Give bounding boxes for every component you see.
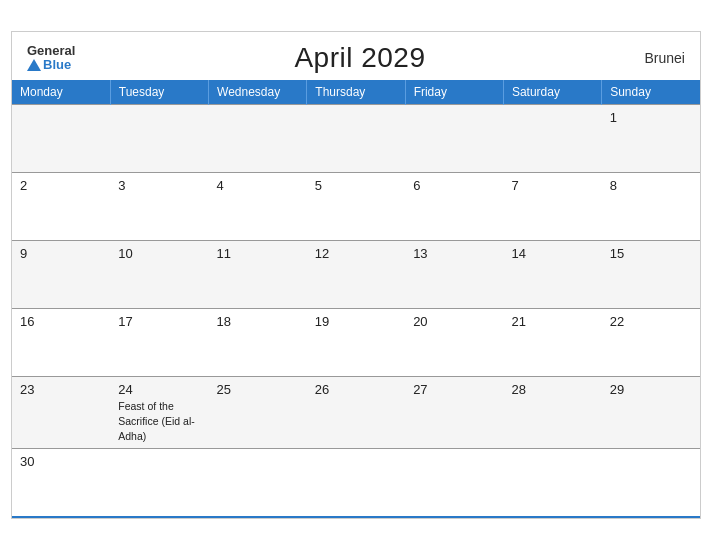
day-cell (602, 449, 700, 517)
day-cell: 14 (503, 241, 601, 309)
day-cell (503, 449, 601, 517)
day-header-thursday: Thursday (307, 80, 405, 105)
calendar-container: General Blue April 2029 Brunei MondayTue… (11, 31, 701, 518)
day-number: 20 (413, 314, 495, 329)
day-number: 19 (315, 314, 397, 329)
day-header-saturday: Saturday (503, 80, 601, 105)
day-cell: 4 (209, 173, 307, 241)
day-cell: 25 (209, 377, 307, 449)
day-cell: 7 (503, 173, 601, 241)
day-cell: 13 (405, 241, 503, 309)
day-cell: 3 (110, 173, 208, 241)
day-number: 17 (118, 314, 200, 329)
day-number: 9 (20, 246, 102, 261)
day-number: 22 (610, 314, 692, 329)
day-number: 2 (20, 178, 102, 193)
day-number: 18 (217, 314, 299, 329)
day-number: 13 (413, 246, 495, 261)
day-cell: 2 (12, 173, 110, 241)
day-number: 8 (610, 178, 692, 193)
day-header-tuesday: Tuesday (110, 80, 208, 105)
day-header-friday: Friday (405, 80, 503, 105)
day-number: 6 (413, 178, 495, 193)
day-number: 10 (118, 246, 200, 261)
event-text: Feast of the Sacrifice (Eid al-Adha) (118, 400, 194, 441)
day-number: 26 (315, 382, 397, 397)
day-cell (110, 449, 208, 517)
day-number: 29 (610, 382, 692, 397)
day-cell: 26 (307, 377, 405, 449)
day-cell (307, 449, 405, 517)
week-row-1: 2345678 (12, 173, 700, 241)
day-cell: 10 (110, 241, 208, 309)
day-cell: 19 (307, 309, 405, 377)
day-number: 3 (118, 178, 200, 193)
logo: General Blue (27, 44, 75, 73)
day-number: 1 (610, 110, 692, 125)
day-number: 27 (413, 382, 495, 397)
calendar-table: MondayTuesdayWednesdayThursdayFridaySatu… (12, 80, 700, 517)
day-number: 14 (511, 246, 593, 261)
day-cell: 11 (209, 241, 307, 309)
calendar-header: General Blue April 2029 Brunei (12, 32, 700, 80)
day-cell (503, 105, 601, 173)
day-number: 21 (511, 314, 593, 329)
day-cell: 1 (602, 105, 700, 173)
logo-blue-text: Blue (27, 58, 71, 72)
day-cell: 15 (602, 241, 700, 309)
logo-triangle-icon (27, 59, 41, 71)
week-row-5: 30 (12, 449, 700, 517)
day-cell: 16 (12, 309, 110, 377)
day-cell: 8 (602, 173, 700, 241)
day-cell: 18 (209, 309, 307, 377)
logo-general-text: General (27, 44, 75, 58)
calendar-title: April 2029 (294, 42, 425, 74)
day-cell: 28 (503, 377, 601, 449)
day-number: 28 (511, 382, 593, 397)
day-number: 15 (610, 246, 692, 261)
day-header-monday: Monday (12, 80, 110, 105)
week-row-4: 2324Feast of the Sacrifice (Eid al-Adha)… (12, 377, 700, 449)
day-cell: 9 (12, 241, 110, 309)
day-cell: 24Feast of the Sacrifice (Eid al-Adha) (110, 377, 208, 449)
day-header-wednesday: Wednesday (209, 80, 307, 105)
day-number: 25 (217, 382, 299, 397)
day-number: 5 (315, 178, 397, 193)
country-label: Brunei (645, 50, 685, 66)
day-cell (405, 105, 503, 173)
day-cell: 30 (12, 449, 110, 517)
day-cell: 5 (307, 173, 405, 241)
day-number: 30 (20, 454, 102, 469)
day-number: 7 (511, 178, 593, 193)
days-header-row: MondayTuesdayWednesdayThursdayFridaySatu… (12, 80, 700, 105)
day-cell: 17 (110, 309, 208, 377)
day-number: 4 (217, 178, 299, 193)
day-header-sunday: Sunday (602, 80, 700, 105)
day-cell (209, 449, 307, 517)
day-cell (307, 105, 405, 173)
day-number: 12 (315, 246, 397, 261)
day-cell (405, 449, 503, 517)
day-cell: 23 (12, 377, 110, 449)
day-number: 24 (118, 382, 200, 397)
day-cell (110, 105, 208, 173)
week-row-0: 1 (12, 105, 700, 173)
day-cell (209, 105, 307, 173)
day-cell: 20 (405, 309, 503, 377)
day-cell: 22 (602, 309, 700, 377)
calendar-tbody: 123456789101112131415161718192021222324F… (12, 105, 700, 517)
day-number: 11 (217, 246, 299, 261)
day-cell: 29 (602, 377, 700, 449)
calendar-thead: MondayTuesdayWednesdayThursdayFridaySatu… (12, 80, 700, 105)
day-cell: 12 (307, 241, 405, 309)
day-number: 23 (20, 382, 102, 397)
day-cell: 21 (503, 309, 601, 377)
day-cell (12, 105, 110, 173)
week-row-2: 9101112131415 (12, 241, 700, 309)
day-cell: 27 (405, 377, 503, 449)
day-number: 16 (20, 314, 102, 329)
day-cell: 6 (405, 173, 503, 241)
week-row-3: 16171819202122 (12, 309, 700, 377)
